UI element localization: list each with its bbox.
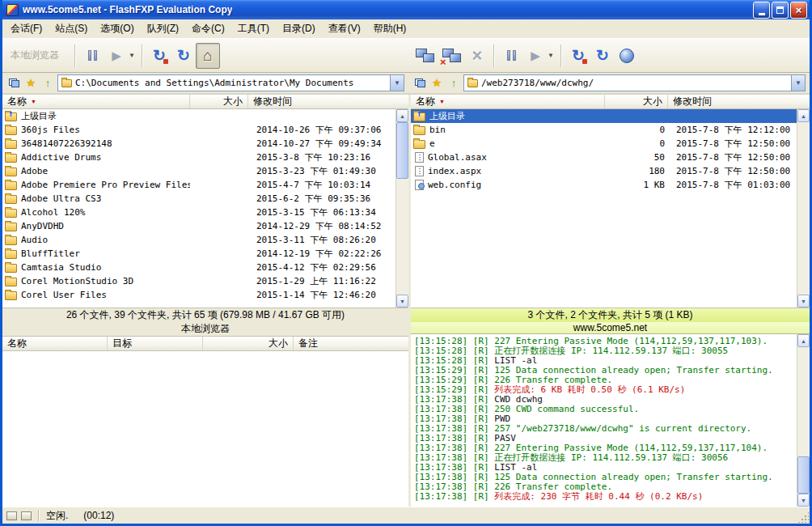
- column-label: 名称: [7, 95, 27, 108]
- menu-item[interactable]: 选项(O): [94, 19, 140, 38]
- scroll-down-button[interactable]: ▼: [396, 295, 408, 308]
- scroll-track[interactable]: [797, 347, 810, 494]
- parent-dir-row-selected[interactable]: 上级目录: [411, 109, 797, 123]
- remote-start-transfer-button[interactable]: ▶: [523, 43, 548, 69]
- statusbar-panel-icon: [21, 511, 32, 520]
- local-pause-button[interactable]: [80, 43, 104, 69]
- folder-tree-button[interactable]: [412, 76, 427, 91]
- menu-item[interactable]: 帮助(H): [367, 19, 413, 38]
- queue-header-name[interactable]: 名称: [2, 337, 108, 350]
- queue-header-remark[interactable]: 备注: [294, 337, 408, 350]
- disconnect-button[interactable]: ×: [438, 43, 465, 69]
- remote-list-scrollbar[interactable]: ▲ ▼: [797, 109, 810, 308]
- go-up-button[interactable]: ↑: [446, 76, 461, 91]
- red-x-badge-icon: ×: [440, 57, 446, 67]
- menu-item[interactable]: 会话(F): [4, 19, 49, 38]
- local-transfer-dropdown[interactable]: ▼: [126, 43, 137, 69]
- local-header-name[interactable]: 名称▼: [2, 95, 190, 108]
- file-row[interactable]: BluffTitler 2014-12-19 下午 02:22:26: [2, 247, 395, 261]
- bookmarks-button[interactable]: ★: [429, 76, 444, 91]
- file-row[interactable]: Audio 2015-3-11 下午 08:26:20: [2, 233, 395, 247]
- file-row[interactable]: AnyDVDHD 2014-12-29 下午 08:14:52: [2, 219, 395, 233]
- file-row[interactable]: 36481407226392148 2014-10-27 下午 09:49:34: [2, 137, 395, 151]
- file-row[interactable]: Adobe Premiere Pro Preview Files 2015-4-…: [2, 178, 395, 192]
- minimize-button[interactable]: [753, 2, 770, 19]
- file-row[interactable]: bin 0 2015-7-8 下午 12:12:00: [411, 123, 797, 137]
- file-row[interactable]: e 0 2015-7-8 下午 12:50:00: [411, 137, 797, 151]
- scroll-track[interactable]: [396, 122, 408, 295]
- local-home-button[interactable]: ⌂: [196, 43, 220, 69]
- minimize-icon: [759, 13, 765, 15]
- menu-item[interactable]: 命令(C): [185, 19, 231, 38]
- local-header-size[interactable]: 大小: [190, 95, 248, 108]
- remote-header-name[interactable]: 名称▼: [411, 95, 605, 108]
- scroll-up-button[interactable]: ▲: [396, 109, 408, 122]
- file-row[interactable]: web.config 1 KB 2015-7-8 下午 01:03:00: [411, 178, 797, 192]
- file-size: 0: [605, 138, 668, 149]
- file-row[interactable]: Camtasia Studio 2015-4-12 下午 02:29:56: [2, 261, 395, 274]
- abort-button[interactable]: ×: [465, 43, 489, 69]
- file-row[interactable]: Corel User Files 2015-1-14 下午 12:46:20: [2, 288, 395, 302]
- scroll-thumb[interactable]: [396, 122, 408, 179]
- toolbar-row: 本地浏览器 ▶ ▼ ↻ ↻ ⌂ × × ▶ ▼ ↻ ↻: [2, 39, 810, 73]
- go-up-button[interactable]: ↑: [40, 76, 55, 91]
- log-scrollbar[interactable]: ▲ ▼: [797, 334, 810, 507]
- scroll-up-button[interactable]: ▲: [797, 109, 810, 122]
- local-header-modified[interactable]: 修改时间: [248, 95, 408, 108]
- local-path-dropdown-button[interactable]: ▼: [390, 75, 404, 91]
- file-row[interactable]: Global.asax 50 2015-7-8 下午 12:50:00: [411, 151, 797, 164]
- folder-tree-button[interactable]: [6, 76, 21, 91]
- queue-header-target[interactable]: 目标: [108, 337, 203, 350]
- scroll-up-button[interactable]: ▲: [797, 334, 810, 347]
- remote-path-dropdown-button[interactable]: ▼: [791, 75, 805, 91]
- maximize-button[interactable]: [772, 2, 789, 19]
- file-row[interactable]: Adobe Ultra CS3 2015-6-2 下午 09:35:36: [2, 192, 395, 206]
- log-message: 列表完成: 230 字节 耗时 0.44 秒 (0.2 KB/s): [494, 491, 703, 502]
- local-path-combobox[interactable]: C:\Documents and Settings\Administrator\…: [57, 74, 404, 91]
- file-row[interactable]: 360js Files 2014-10-26 下午 09:37:06: [2, 123, 395, 137]
- title-bar[interactable]: www.5come5.net - FlashFXP Evaluation Cop…: [2, 0, 810, 19]
- menu-item[interactable]: 工具(T): [231, 19, 276, 38]
- log-message: 257 "/web273718/www/dcwhg" is current di…: [494, 423, 751, 434]
- local-start-transfer-button[interactable]: ▶: [104, 43, 129, 69]
- file-icon: [5, 264, 17, 273]
- file-row[interactable]: Corel MotionStudio 3D 2015-1-29 上午 11:16…: [2, 274, 395, 288]
- remote-header-size[interactable]: 大小: [605, 95, 668, 108]
- menu-item[interactable]: 队列(Z): [141, 19, 185, 38]
- remote-refresh-button[interactable]: ↻: [590, 43, 615, 69]
- raw-command-button[interactable]: [615, 43, 639, 69]
- scroll-track[interactable]: [797, 122, 810, 295]
- file-row[interactable]: Adobe 2015-3-23 下午 01:49:30: [2, 164, 395, 178]
- file-icon: [415, 166, 424, 176]
- scroll-down-button[interactable]: ▼: [797, 295, 810, 308]
- close-button[interactable]: ×: [790, 2, 807, 19]
- scroll-down-button[interactable]: ▼: [797, 494, 810, 507]
- remote-header-modified[interactable]: 修改时间: [668, 95, 810, 108]
- local-list-scrollbar[interactable]: ▲ ▼: [395, 109, 408, 308]
- remote-status-counts: 3 个文件, 2 个文件夹, 共计 5 项 (1 KB): [411, 308, 810, 322]
- resize-grip[interactable]: [797, 511, 809, 523]
- close-icon: ×: [796, 4, 802, 16]
- menu-item[interactable]: 查看(V): [322, 19, 367, 38]
- remote-transfer-dropdown[interactable]: ▼: [545, 43, 556, 69]
- chevron-down-icon: ▼: [129, 53, 135, 59]
- remote-path-combobox[interactable]: /web273718/www/dcwhg/ ▼: [463, 74, 806, 91]
- local-queue-button[interactable]: ↻: [147, 43, 171, 69]
- local-refresh-button[interactable]: ↻: [171, 43, 196, 69]
- remote-pause-button[interactable]: [499, 43, 523, 69]
- queue-header-size[interactable]: 大小: [203, 337, 294, 350]
- refresh-icon: ↻: [596, 48, 609, 63]
- parent-folder-icon: [5, 112, 17, 121]
- remote-queue-button[interactable]: ↻: [566, 43, 590, 69]
- file-name: Adobe: [21, 166, 48, 176]
- connect-button[interactable]: [412, 43, 438, 69]
- file-row[interactable]: index.aspx 180 2015-7-8 下午 12:50:00: [411, 164, 797, 178]
- menu-item[interactable]: 目录(D): [276, 19, 322, 38]
- file-modified: 2015-3-8 下午 10:23:16: [248, 151, 395, 163]
- scroll-thumb[interactable]: [797, 456, 810, 494]
- bookmarks-button[interactable]: ★: [23, 76, 38, 91]
- menu-item[interactable]: 站点(S): [49, 19, 94, 38]
- file-row[interactable]: Addictive Drums 2015-3-8 下午 10:23:16: [2, 151, 395, 164]
- parent-dir-row[interactable]: 上级目录: [2, 109, 395, 123]
- file-row[interactable]: Alcohol 120% 2015-3-15 下午 06:13:34: [2, 206, 395, 219]
